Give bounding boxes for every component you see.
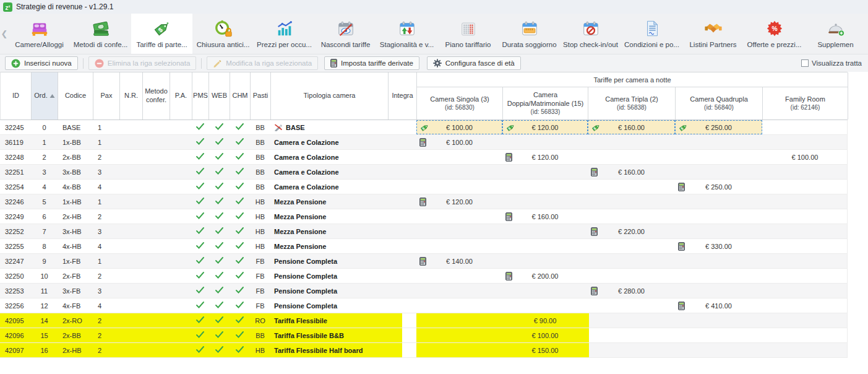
price-cell[interactable] [502,135,588,149]
back-chevron-icon[interactable]: ❮ [0,14,9,54]
price-cell[interactable] [416,150,502,164]
age-ranges-button[interactable]: Configura fasce di età [427,56,521,70]
price-cell[interactable]: € 140.00 [416,254,502,268]
price-cell[interactable] [675,343,762,357]
table-row[interactable]: 3611911x-BB1BBCamera e Colazione€ 100.00 [0,135,847,150]
room-column-header-camera-singola-3[interactable]: Camera Singola (3)(id: 56830) [417,87,503,120]
price-cell[interactable] [675,254,762,268]
column-header-codice[interactable]: Codice [58,72,93,120]
table-row[interactable]: 3224962x-HB2HBMezza Pensione€ 160.00 [0,209,847,224]
delete-row-button[interactable]: Elimina la riga selezionata [88,56,197,70]
room-column-header-camera-tripla-2[interactable]: Camera Tripla (2)(id: 56838) [588,87,676,120]
insert-new-button[interactable]: Inserisci nuova [5,56,78,70]
table-row[interactable]: 3225273x-HB3HBMezza Pensione€ 220.00 [0,224,847,239]
price-cell[interactable] [675,224,762,238]
tab-chiusura-antici[interactable]: Chiusura antici... [192,14,254,54]
price-cell[interactable] [588,328,675,342]
price-cell[interactable] [675,209,762,224]
price-cell[interactable] [416,284,502,298]
price-cell[interactable] [502,284,588,298]
column-header-web[interactable]: WEB [209,72,230,120]
price-cell[interactable] [588,150,675,164]
price-cell[interactable] [416,313,502,328]
table-row[interactable]: 32250102x-FB2FBPensione Completa€ 200.00 [0,269,847,284]
column-header-n-r[interactable]: N.R. [120,72,143,120]
tab-metodi-di-confe[interactable]: Metodi di confe... [70,14,131,54]
price-cell[interactable] [762,135,848,149]
table-row[interactable]: 42095142x-RO2ROTariffa Flessibile€ 90.00 [0,313,847,328]
column-header-pasti[interactable]: Pasti [251,72,271,120]
price-cell[interactable]: $€ 160.00 [588,120,675,134]
tab-durata-soggiorno[interactable]: Durata soggiorno [499,14,560,54]
column-header-p-a[interactable]: P.A. [170,72,192,120]
price-cell[interactable]: € 150.00 [502,343,588,357]
tab-offerte-e-prezzi[interactable]: %Offerte e prezzi... [744,14,805,54]
column-header-tipologia-camera[interactable]: Tipologia camera [271,72,389,120]
price-cell[interactable] [502,180,588,194]
column-header-pax[interactable]: Pax [93,72,120,120]
price-cell[interactable] [416,209,502,224]
price-cell[interactable] [762,180,848,194]
table-row[interactable]: 3224822x-BB2BBCamera e Colazione€ 120.00… [0,150,847,165]
price-cell[interactable] [502,194,588,209]
price-cell[interactable]: € 330.00 [675,239,762,253]
price-cell[interactable] [502,165,588,179]
price-cell[interactable]: € 100.00 [762,150,848,164]
price-cell[interactable] [588,209,675,224]
price-cell[interactable] [588,298,675,313]
table-row[interactable]: 32256124x-FB4FBPensione Completa€ 410.00 [0,298,847,313]
tab-supplemen[interactable]: Supplemen [805,14,866,54]
price-cell[interactable] [588,180,675,194]
tab-condizioni-e-po[interactable]: Condizioni e po... [621,14,682,54]
price-cell[interactable]: $€ 120.00 [502,120,588,134]
room-column-header-camera-doppia-matrimoniale-15[interactable]: Camera Doppia/Matrimoniale (15)(id: 5683… [503,87,588,120]
price-cell[interactable] [762,269,848,283]
price-cell[interactable] [675,284,762,298]
price-cell[interactable]: € 220.00 [588,224,675,238]
table-row[interactable]: 42097162x-HB2HBTariffa Flessibile Half b… [0,343,847,358]
price-cell[interactable] [502,224,588,238]
price-cell[interactable] [762,239,848,253]
table-row[interactable]: 42096152x-BB2BBTariffa Flessibile B&B€ 1… [0,328,847,343]
price-cell[interactable] [762,120,848,134]
column-header-pms[interactable]: PMS [192,72,209,120]
price-cell[interactable] [762,343,848,357]
price-cell[interactable]: € 120.00 [416,194,502,209]
table-row[interactable]: 3225133x-BB3BBCamera e Colazione€ 160.00 [0,165,847,180]
price-cell[interactable] [416,180,502,194]
price-cell[interactable]: € 200.00 [502,269,588,283]
column-header-ord[interactable]: Ord. [32,72,58,120]
column-header-id[interactable]: ID [1,72,32,120]
price-cell[interactable] [762,298,848,313]
price-cell[interactable] [588,194,675,209]
price-cell[interactable] [416,224,502,238]
show-treatments-checkbox[interactable]: Visualizza tratta [801,59,863,67]
table-row[interactable]: 3224651x-HB1HBMezza Pensione€ 120.00 [0,194,847,209]
price-cell[interactable] [588,269,675,283]
table-row[interactable]: 3225584x-HB4HBMezza Pensione€ 330.00 [0,239,847,254]
table-row[interactable]: 322450BASE1BBBASE$€ 100.00$€ 120.00$€ 16… [0,120,847,135]
price-cell[interactable] [675,194,762,209]
column-header-chm[interactable]: CHM [230,72,251,120]
table-row[interactable]: 3225444x-BB4BBCamera e Colazione€ 250.00 [0,180,847,194]
price-cell[interactable] [588,239,675,253]
price-cell[interactable] [416,328,502,342]
price-cell[interactable]: € 100.00 [416,135,502,149]
tab-nascondi-tariffe[interactable]: Nascondi tariffe [315,14,376,54]
price-cell[interactable] [675,328,762,342]
tab-camere-alloggi[interactable]: Camere/Alloggi [9,14,70,54]
price-cell[interactable] [675,313,762,328]
price-cell[interactable] [762,254,848,268]
price-cell[interactable]: € 160.00 [588,165,675,179]
price-cell[interactable] [588,313,675,328]
column-header-metodo-confer[interactable]: Metodo confer. [143,72,170,120]
price-cell[interactable] [416,343,502,357]
room-column-header-camera-quadrupla[interactable]: Camera Quadrupla(id: 56840) [676,87,763,120]
price-cell[interactable]: € 280.00 [588,284,675,298]
price-cell[interactable] [675,165,762,179]
price-cell[interactable] [675,135,762,149]
price-cell[interactable] [502,239,588,253]
tab-stop-check-in-out[interactable]: Stop check-in/out [560,14,621,54]
edit-row-button[interactable]: Modifica la riga selezionata [207,56,318,70]
price-cell[interactable] [416,239,502,253]
